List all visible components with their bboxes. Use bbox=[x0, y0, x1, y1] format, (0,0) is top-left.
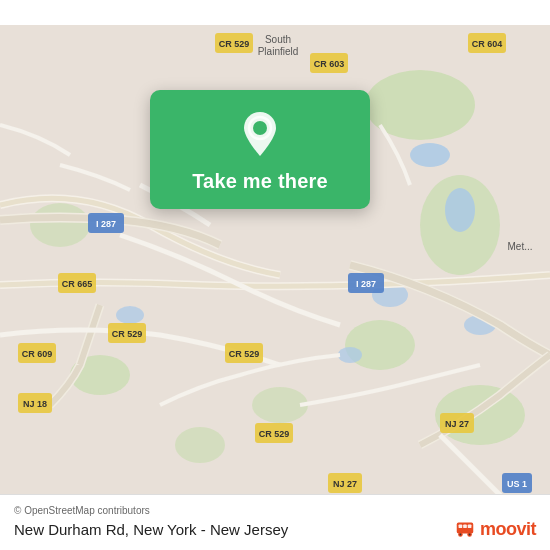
moovit-bus-icon bbox=[454, 518, 476, 540]
svg-text:CR 609: CR 609 bbox=[22, 349, 53, 359]
svg-text:NJ 27: NJ 27 bbox=[333, 479, 357, 489]
svg-point-3 bbox=[345, 320, 415, 370]
svg-rect-49 bbox=[459, 524, 463, 528]
svg-point-10 bbox=[445, 188, 475, 232]
svg-text:South: South bbox=[265, 34, 291, 45]
svg-point-13 bbox=[116, 306, 144, 324]
svg-text:CR 529: CR 529 bbox=[219, 39, 250, 49]
moovit-logo: moovit bbox=[454, 518, 536, 540]
location-name: New Durham Rd, New York - New Jersey bbox=[14, 521, 288, 538]
location-pin-icon bbox=[234, 108, 286, 160]
bottom-bar: © OpenStreetMap contributors New Durham … bbox=[0, 494, 550, 550]
take-me-there-card[interactable]: Take me there bbox=[150, 90, 370, 209]
svg-rect-51 bbox=[468, 524, 472, 528]
svg-text:CR 603: CR 603 bbox=[314, 59, 345, 69]
svg-text:CR 529: CR 529 bbox=[229, 349, 260, 359]
take-me-there-button-label: Take me there bbox=[192, 170, 328, 193]
svg-text:CR 529: CR 529 bbox=[112, 329, 143, 339]
svg-point-46 bbox=[253, 121, 267, 135]
svg-text:CR 665: CR 665 bbox=[62, 279, 93, 289]
svg-text:I 287: I 287 bbox=[356, 279, 376, 289]
moovit-text: moovit bbox=[480, 519, 536, 540]
svg-text:CR 604: CR 604 bbox=[472, 39, 503, 49]
map-container: CR 529 CR 529 CR 529 CR 529 CR 603 CR 60… bbox=[0, 0, 550, 550]
svg-point-8 bbox=[252, 387, 308, 423]
map-background: CR 529 CR 529 CR 529 CR 529 CR 603 CR 60… bbox=[0, 0, 550, 550]
svg-point-7 bbox=[30, 203, 90, 247]
svg-text:NJ 18: NJ 18 bbox=[23, 399, 47, 409]
svg-text:I 287: I 287 bbox=[96, 219, 116, 229]
svg-point-55 bbox=[469, 534, 471, 536]
svg-point-54 bbox=[459, 534, 461, 536]
svg-point-5 bbox=[175, 427, 225, 463]
svg-text:US 1: US 1 bbox=[507, 479, 527, 489]
svg-text:NJ 27: NJ 27 bbox=[445, 419, 469, 429]
svg-point-12 bbox=[338, 347, 362, 363]
osm-attribution: © OpenStreetMap contributors bbox=[14, 505, 536, 516]
svg-text:CR 529: CR 529 bbox=[259, 429, 290, 439]
svg-text:Plainfield: Plainfield bbox=[258, 46, 299, 57]
location-info-row: New Durham Rd, New York - New Jersey bbox=[14, 518, 536, 540]
svg-point-9 bbox=[410, 143, 450, 167]
svg-text:Met...: Met... bbox=[507, 241, 532, 252]
